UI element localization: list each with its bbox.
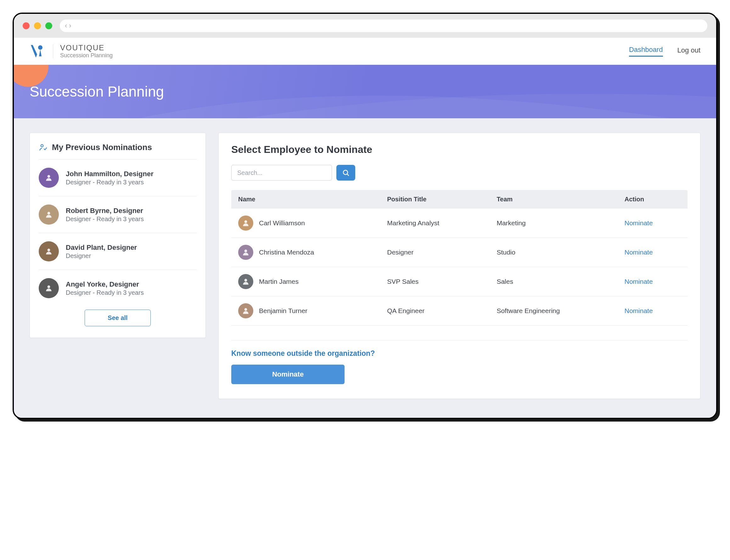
cell-action: Nominate [618, 296, 688, 326]
cell-name: Carl Williamson [231, 209, 380, 238]
avatar [238, 216, 253, 231]
user-check-icon [39, 143, 48, 152]
svg-point-2 [48, 175, 50, 178]
select-employee-card: Select Employee to Nominate Name [218, 133, 700, 399]
nomination-item[interactable]: John Hammilton, DesignerDesigner - Ready… [39, 160, 197, 196]
select-employee-title: Select Employee to Nominate [231, 144, 688, 155]
svg-line-7 [347, 174, 349, 176]
nomination-subtitle: Designer - Ready in 3 years [66, 179, 154, 186]
brand-name: VOUTIQUE [60, 43, 113, 52]
search-icon [342, 169, 350, 176]
nomination-item[interactable]: David Plant, DesignerDesigner [39, 233, 197, 270]
column-name: Name [231, 190, 380, 209]
avatar [238, 274, 253, 289]
nominate-link[interactable]: Nominate [625, 249, 653, 256]
nav-dashboard[interactable]: Dashboard [629, 46, 663, 57]
avatar [39, 241, 59, 261]
search-input[interactable] [231, 165, 332, 181]
previous-nominations-card: My Previous Nominations John Hammilton, … [30, 133, 206, 338]
outside-organization-link[interactable]: Know someone outside the organization? [231, 349, 688, 358]
cell-name: Christina Mendoza [231, 238, 380, 267]
column-team: Team [490, 190, 617, 209]
svg-point-10 [244, 279, 247, 282]
nav-logout[interactable]: Log out [677, 46, 700, 56]
nomination-text: David Plant, DesignerDesigner [66, 244, 137, 260]
nomination-text: Robert Byrne, DesignerDesigner - Ready i… [66, 207, 144, 223]
avatar [238, 303, 253, 318]
cell-team: Studio [490, 238, 617, 267]
cell-name: Martin James [231, 267, 380, 296]
nominate-link[interactable]: Nominate [625, 219, 653, 227]
nominate-link[interactable]: Nominate [625, 278, 653, 285]
window-minimize-button[interactable] [34, 22, 41, 29]
svg-point-4 [48, 249, 50, 251]
column-position: Position Title [380, 190, 490, 209]
nomination-name: John Hammilton, Designer [66, 170, 154, 178]
see-all-button[interactable]: See all [85, 310, 151, 326]
cell-position: Marketing Analyst [380, 209, 490, 238]
outside-organization-section: Know someone outside the organization? N… [231, 340, 688, 384]
cell-name: Benjamin Turner [231, 296, 380, 326]
column-action: Action [618, 190, 688, 209]
nominate-button[interactable]: Nominate [231, 365, 345, 384]
forward-arrow-icon[interactable]: › [69, 22, 71, 30]
employee-name: Benjamin Turner [259, 307, 307, 315]
nomination-item[interactable]: Angel Yorke, DesignerDesigner - Ready in… [39, 270, 197, 306]
table-row: Martin JamesSVP SalesSalesNominate [231, 267, 688, 296]
nomination-subtitle: Designer - Ready in 3 years [66, 289, 144, 296]
nominate-link[interactable]: Nominate [625, 307, 653, 314]
brand: VOUTIQUE Succession Planning [30, 43, 113, 59]
url-bar[interactable]: ‹ › [60, 20, 707, 32]
window-maximize-button[interactable] [45, 22, 52, 29]
search-button[interactable] [336, 165, 355, 181]
table-row: Christina MendozaDesignerStudioNominate [231, 238, 688, 267]
window-buttons [23, 22, 52, 29]
nomination-name: Robert Byrne, Designer [66, 207, 144, 215]
svg-point-9 [244, 249, 247, 252]
avatar [39, 204, 59, 225]
nomination-text: Angel Yorke, DesignerDesigner - Ready in… [66, 280, 144, 296]
cell-position: QA Engineer [380, 296, 490, 326]
brand-text: VOUTIQUE Succession Planning [60, 43, 113, 59]
svg-point-3 [48, 212, 50, 215]
content: My Previous Nominations John Hammilton, … [14, 118, 716, 418]
nomination-text: John Hammilton, DesignerDesigner - Ready… [66, 170, 154, 186]
back-arrow-icon[interactable]: ‹ [65, 22, 67, 30]
cell-team: Software Engineering [490, 296, 617, 326]
brand-subtitle: Succession Planning [60, 52, 113, 59]
employee-name: Christina Mendoza [259, 249, 314, 256]
svg-point-0 [38, 45, 42, 50]
cell-action: Nominate [618, 209, 688, 238]
avatar [238, 245, 253, 260]
titlebar: ‹ › [14, 14, 716, 38]
svg-point-5 [48, 285, 50, 288]
cell-team: Marketing [490, 209, 617, 238]
cell-position: SVP Sales [380, 267, 490, 296]
nav-links: Dashboard Log out [629, 46, 700, 57]
nomination-subtitle: Designer - Ready in 3 years [66, 216, 144, 223]
avatar [39, 168, 59, 188]
cell-position: Designer [380, 238, 490, 267]
cell-action: Nominate [618, 238, 688, 267]
cell-action: Nominate [618, 267, 688, 296]
nomination-name: David Plant, Designer [66, 244, 137, 252]
svg-point-1 [41, 144, 43, 147]
previous-nominations-header: My Previous Nominations [39, 143, 197, 160]
avatar [39, 278, 59, 298]
previous-nominations-title: My Previous Nominations [52, 143, 152, 152]
svg-point-11 [244, 308, 247, 311]
logo-icon [30, 44, 46, 59]
window-close-button[interactable] [23, 22, 30, 29]
nomination-item[interactable]: Robert Byrne, DesignerDesigner - Ready i… [39, 196, 197, 233]
nomination-subtitle: Designer [66, 252, 137, 260]
cell-team: Sales [490, 267, 617, 296]
nomination-name: Angel Yorke, Designer [66, 280, 144, 288]
topbar: VOUTIQUE Succession Planning Dashboard L… [14, 38, 716, 65]
hero-banner: Succession Planning [14, 65, 716, 118]
employee-name: Martin James [259, 278, 299, 285]
browser-window: ‹ › VOUTIQUE Succession Planning Dashboa… [13, 13, 717, 419]
table-row: Benjamin TurnerQA EngineerSoftware Engin… [231, 296, 688, 326]
employee-name: Carl Williamson [259, 219, 305, 227]
svg-point-8 [244, 220, 247, 223]
table-row: Carl WilliamsonMarketing AnalystMarketin… [231, 209, 688, 238]
